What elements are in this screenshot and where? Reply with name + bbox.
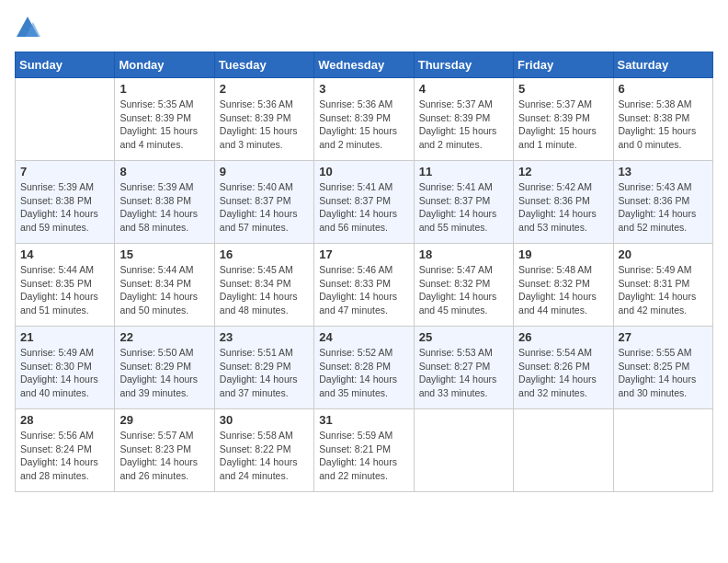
calendar-cell [613, 409, 712, 492]
day-info: Sunrise: 5:39 AM Sunset: 8:38 PM Dayligh… [20, 180, 109, 235]
calendar-cell [16, 78, 115, 161]
calendar-header-tuesday: Tuesday [214, 52, 313, 78]
calendar-header-wednesday: Wednesday [314, 52, 414, 78]
day-info: Sunrise: 5:40 AM Sunset: 8:37 PM Dayligh… [220, 180, 309, 235]
day-info: Sunrise: 5:39 AM Sunset: 8:38 PM Dayligh… [119, 180, 209, 235]
calendar-week-row: 7Sunrise: 5:39 AM Sunset: 8:38 PM Daylig… [16, 161, 713, 244]
day-info: Sunrise: 5:44 AM Sunset: 8:34 PM Dayligh… [119, 263, 209, 317]
calendar-cell: 23Sunrise: 5:51 AM Sunset: 8:29 PM Dayli… [214, 327, 313, 409]
day-info: Sunrise: 5:47 AM Sunset: 8:32 PM Dayligh… [419, 263, 508, 317]
day-number: 10 [319, 165, 408, 178]
day-number: 4 [419, 82, 508, 96]
day-info: Sunrise: 5:59 AM Sunset: 8:21 PM Dayligh… [319, 429, 408, 483]
day-number: 28 [20, 413, 109, 427]
day-info: Sunrise: 5:41 AM Sunset: 8:37 PM Dayligh… [419, 180, 508, 235]
day-info: Sunrise: 5:45 AM Sunset: 8:34 PM Dayligh… [220, 263, 309, 317]
day-info: Sunrise: 5:48 AM Sunset: 8:32 PM Dayligh… [518, 263, 608, 317]
calendar-header-monday: Monday [115, 52, 214, 78]
day-number: 25 [419, 330, 508, 344]
calendar-header-friday: Friday [514, 52, 613, 78]
day-number: 15 [119, 247, 209, 261]
day-info: Sunrise: 5:49 AM Sunset: 8:31 PM Dayligh… [619, 263, 708, 317]
calendar-cell: 19Sunrise: 5:48 AM Sunset: 8:32 PM Dayli… [514, 244, 613, 327]
day-number: 29 [119, 413, 209, 427]
day-number: 6 [619, 82, 708, 96]
day-info: Sunrise: 5:49 AM Sunset: 8:30 PM Dayligh… [20, 346, 109, 400]
day-number: 2 [220, 82, 309, 96]
calendar-cell: 7Sunrise: 5:39 AM Sunset: 8:38 PM Daylig… [16, 161, 115, 244]
calendar-header-saturday: Saturday [613, 52, 712, 78]
day-number: 31 [319, 413, 408, 427]
calendar-cell: 31Sunrise: 5:59 AM Sunset: 8:21 PM Dayli… [314, 409, 414, 492]
calendar-cell: 21Sunrise: 5:49 AM Sunset: 8:30 PM Dayli… [16, 327, 115, 409]
day-info: Sunrise: 5:51 AM Sunset: 8:29 PM Dayligh… [220, 346, 309, 400]
day-info: Sunrise: 5:58 AM Sunset: 8:22 PM Dayligh… [220, 429, 309, 483]
day-number: 5 [518, 82, 608, 96]
day-info: Sunrise: 5:37 AM Sunset: 8:39 PM Dayligh… [518, 98, 608, 152]
day-number: 17 [319, 247, 408, 261]
day-number: 30 [220, 413, 309, 427]
calendar-header-row: SundayMondayTuesdayWednesdayThursdayFrid… [16, 52, 713, 78]
day-info: Sunrise: 5:50 AM Sunset: 8:29 PM Dayligh… [119, 346, 209, 400]
calendar-cell: 18Sunrise: 5:47 AM Sunset: 8:32 PM Dayli… [414, 244, 513, 327]
day-number: 19 [518, 247, 608, 261]
day-info: Sunrise: 5:41 AM Sunset: 8:37 PM Dayligh… [319, 180, 408, 235]
calendar-cell: 14Sunrise: 5:44 AM Sunset: 8:35 PM Dayli… [16, 244, 115, 327]
calendar-cell: 28Sunrise: 5:56 AM Sunset: 8:24 PM Dayli… [16, 409, 115, 492]
day-info: Sunrise: 5:57 AM Sunset: 8:23 PM Dayligh… [119, 429, 209, 483]
day-info: Sunrise: 5:37 AM Sunset: 8:39 PM Dayligh… [419, 98, 508, 152]
calendar-cell [414, 409, 513, 492]
calendar-cell: 29Sunrise: 5:57 AM Sunset: 8:23 PM Dayli… [115, 409, 214, 492]
calendar-cell: 16Sunrise: 5:45 AM Sunset: 8:34 PM Dayli… [214, 244, 313, 327]
day-number: 7 [20, 165, 109, 178]
calendar-cell: 20Sunrise: 5:49 AM Sunset: 8:31 PM Dayli… [613, 244, 712, 327]
day-number: 23 [220, 330, 309, 344]
page-header [15, 15, 713, 40]
day-info: Sunrise: 5:36 AM Sunset: 8:39 PM Dayligh… [220, 98, 309, 152]
calendar-cell: 24Sunrise: 5:52 AM Sunset: 8:28 PM Dayli… [314, 327, 414, 409]
calendar-cell: 13Sunrise: 5:43 AM Sunset: 8:36 PM Dayli… [613, 161, 712, 244]
day-info: Sunrise: 5:43 AM Sunset: 8:36 PM Dayligh… [619, 180, 708, 235]
logo-icon [15, 15, 40, 40]
day-number: 24 [319, 330, 408, 344]
day-info: Sunrise: 5:35 AM Sunset: 8:39 PM Dayligh… [119, 98, 209, 152]
calendar-header-thursday: Thursday [414, 52, 513, 78]
calendar-cell: 1Sunrise: 5:35 AM Sunset: 8:39 PM Daylig… [115, 78, 214, 161]
calendar-cell: 6Sunrise: 5:38 AM Sunset: 8:38 PM Daylig… [613, 78, 712, 161]
day-number: 14 [20, 247, 109, 261]
day-info: Sunrise: 5:56 AM Sunset: 8:24 PM Dayligh… [20, 429, 109, 483]
day-number: 8 [119, 165, 209, 178]
day-info: Sunrise: 5:52 AM Sunset: 8:28 PM Dayligh… [319, 346, 408, 400]
day-info: Sunrise: 5:38 AM Sunset: 8:38 PM Dayligh… [619, 98, 708, 152]
calendar-header-sunday: Sunday [16, 52, 115, 78]
calendar-cell [514, 409, 613, 492]
day-info: Sunrise: 5:54 AM Sunset: 8:26 PM Dayligh… [518, 346, 608, 400]
day-number: 12 [518, 165, 608, 178]
day-number: 27 [619, 330, 708, 344]
day-info: Sunrise: 5:36 AM Sunset: 8:39 PM Dayligh… [319, 98, 408, 152]
calendar-cell: 9Sunrise: 5:40 AM Sunset: 8:37 PM Daylig… [214, 161, 313, 244]
day-number: 3 [319, 82, 408, 96]
calendar-week-row: 28Sunrise: 5:56 AM Sunset: 8:24 PM Dayli… [16, 409, 713, 492]
calendar-week-row: 21Sunrise: 5:49 AM Sunset: 8:30 PM Dayli… [16, 327, 713, 409]
logo [15, 15, 44, 40]
calendar-cell: 17Sunrise: 5:46 AM Sunset: 8:33 PM Dayli… [314, 244, 414, 327]
day-number: 13 [619, 165, 708, 178]
day-number: 11 [419, 165, 508, 178]
day-number: 16 [220, 247, 309, 261]
calendar-cell: 10Sunrise: 5:41 AM Sunset: 8:37 PM Dayli… [314, 161, 414, 244]
day-number: 9 [220, 165, 309, 178]
day-info: Sunrise: 5:42 AM Sunset: 8:36 PM Dayligh… [518, 180, 608, 235]
day-number: 26 [518, 330, 608, 344]
calendar-cell: 22Sunrise: 5:50 AM Sunset: 8:29 PM Dayli… [115, 327, 214, 409]
calendar-cell: 11Sunrise: 5:41 AM Sunset: 8:37 PM Dayli… [414, 161, 513, 244]
calendar-cell: 15Sunrise: 5:44 AM Sunset: 8:34 PM Dayli… [115, 244, 214, 327]
calendar-week-row: 1Sunrise: 5:35 AM Sunset: 8:39 PM Daylig… [16, 78, 713, 161]
calendar-cell: 3Sunrise: 5:36 AM Sunset: 8:39 PM Daylig… [314, 78, 414, 161]
day-info: Sunrise: 5:53 AM Sunset: 8:27 PM Dayligh… [419, 346, 508, 400]
calendar-cell: 4Sunrise: 5:37 AM Sunset: 8:39 PM Daylig… [414, 78, 513, 161]
calendar-cell: 27Sunrise: 5:55 AM Sunset: 8:25 PM Dayli… [613, 327, 712, 409]
calendar-cell: 5Sunrise: 5:37 AM Sunset: 8:39 PM Daylig… [514, 78, 613, 161]
calendar-cell: 12Sunrise: 5:42 AM Sunset: 8:36 PM Dayli… [514, 161, 613, 244]
calendar-cell: 2Sunrise: 5:36 AM Sunset: 8:39 PM Daylig… [214, 78, 313, 161]
